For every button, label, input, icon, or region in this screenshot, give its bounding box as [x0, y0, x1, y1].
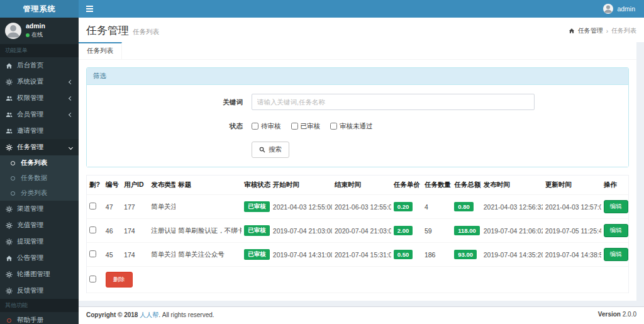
tasks-submenu: 任务列表 任务数据 分类列表	[0, 155, 79, 201]
sidebar-item-invites[interactable]: 邀请管理	[0, 123, 79, 139]
col-publish: 发布时间	[481, 176, 543, 195]
price-badge: 0.20	[394, 202, 413, 211]
app-logo[interactable]: 管理系统	[0, 0, 79, 18]
total-badge: 118.00	[454, 226, 480, 235]
status-checkbox-pending[interactable]	[252, 123, 258, 130]
cell-user-id: 174	[121, 219, 148, 243]
hamburger-icon	[86, 6, 93, 12]
cell-publish: 2019-07-04 14:35:20	[481, 243, 543, 267]
footer-copyright-year: Copyright © 2018	[86, 311, 138, 318]
gear-icon	[5, 79, 13, 86]
sidebar-item-recharge[interactable]: 充值管理	[0, 217, 79, 233]
footer: Copyright © 2018 人人帮. All rights reserve…	[79, 306, 644, 324]
sidebar-item-system-settings[interactable]: 系统设置	[0, 74, 79, 90]
users-icon	[5, 95, 13, 102]
delete-button[interactable]: 删除	[106, 272, 133, 288]
gear-icon	[5, 206, 13, 213]
total-badge: 93.00	[454, 250, 477, 259]
breadcrumb: 任务管理 › 任务列表	[569, 26, 636, 35]
sidebar-section-menu: 功能菜单	[0, 44, 79, 57]
col-action: 操作	[601, 176, 628, 195]
circle-icon	[9, 191, 17, 196]
status-checkbox-group: 待审核 已审核 审核未通过	[252, 118, 373, 134]
table-row: 46 174 注册认证 简单刷脸认证，不绑卡 已审核 2019-07-04 21…	[87, 219, 628, 243]
status-option-rejected[interactable]: 审核未通过	[330, 118, 373, 134]
gear-icon	[5, 288, 13, 294]
edit-button[interactable]: 编辑	[604, 200, 628, 213]
sidebar-item-tasks[interactable]: 任务管理	[0, 139, 79, 155]
sidebar-item-feedback[interactable]: 反馈管理	[0, 282, 79, 299]
status-checkbox-approved[interactable]	[291, 123, 298, 130]
circle-icon	[9, 176, 17, 181]
col-end: 结束时间	[332, 176, 391, 195]
col-total: 任务总额	[452, 176, 480, 195]
bulk-delete-row: 删除	[87, 267, 628, 293]
cell-type: 简单关注	[148, 243, 175, 267]
footer-version: Version 2.0.0	[598, 311, 636, 320]
row-checkbox[interactable]	[89, 250, 96, 257]
page-title: 任务管理	[86, 25, 129, 36]
topbar-spacer	[100, 0, 594, 18]
breadcrumb-level2: 任务列表	[611, 26, 636, 35]
breadcrumb-level1[interactable]: 任务管理	[578, 26, 603, 35]
sidebar-item-announcements[interactable]: 公告管理	[0, 250, 79, 266]
main-area: 任务管理任务列表 任务管理 › 任务列表 任务列表	[79, 18, 644, 324]
topbar-username: admin	[617, 5, 635, 13]
page-subtitle: 任务列表	[133, 28, 159, 35]
sidebar-item-members[interactable]: 会员管理	[0, 106, 79, 123]
col-user-id: 用户ID	[121, 176, 148, 195]
cell-end: 2020-07-04 21:03:00	[332, 219, 391, 243]
chevron-left-icon	[69, 79, 73, 84]
sidebar-item-withdrawals[interactable]: 提现管理	[0, 233, 79, 250]
sidebar-item-help-manual[interactable]: 帮助手册	[0, 312, 79, 324]
online-status-label: 在线	[31, 31, 43, 39]
gear-icon	[5, 144, 13, 151]
cell-end: 2021-07-04 15:31:00	[332, 243, 391, 267]
keyword-input[interactable]	[252, 94, 535, 110]
status-option-pending[interactable]: 待审核	[252, 118, 281, 134]
cell-publish: 2019-07-04 21:06:02	[481, 219, 543, 243]
sidebar-item-category-list[interactable]: 分类列表	[0, 186, 79, 201]
status-checkbox-rejected[interactable]	[330, 123, 337, 130]
cell-type: 简单关注	[148, 195, 175, 219]
gear-icon	[5, 238, 13, 245]
col-id: 编号	[103, 176, 121, 195]
sidebar-section-other: 其他功能	[0, 299, 79, 312]
footer-copyright-rest: . All rights reserved.	[158, 311, 214, 318]
cell-update: 2019-07-05 11:25:45	[543, 219, 601, 243]
search-button[interactable]: 搜索	[252, 142, 289, 158]
tabs-box: 任务列表 筛选 关键词 状态	[79, 42, 636, 301]
sidebar-item-channels[interactable]: 渠道管理	[0, 201, 79, 217]
cell-type: 注册认证	[148, 219, 175, 243]
price-badge: 0.50	[394, 250, 413, 259]
online-status-icon	[26, 33, 30, 37]
tab-task-list[interactable]: 任务列表	[79, 42, 122, 59]
edit-button[interactable]: 编辑	[604, 248, 628, 261]
sidebar-item-task-list[interactable]: 任务列表	[0, 155, 79, 170]
sidebar-item-permissions[interactable]: 权限管理	[0, 90, 79, 106]
footer-brand-link[interactable]: 人人帮	[140, 311, 158, 318]
status-option-approved[interactable]: 已审核	[291, 118, 321, 134]
cell-id: 46	[103, 219, 121, 243]
cell-user-id: 177	[121, 195, 148, 219]
cell-title: 简单刷脸认证，不绑卡	[175, 219, 242, 243]
footer-copyright: Copyright © 2018 人人帮. All rights reserve…	[86, 311, 214, 320]
row-checkbox[interactable]	[89, 226, 96, 233]
row-checkbox[interactable]	[89, 203, 96, 209]
user-menu[interactable]: admin	[594, 0, 644, 18]
edit-button[interactable]: 编辑	[604, 224, 628, 237]
cell-id: 47	[103, 195, 121, 219]
app-window: 管理系统 admin admin 在线 功能菜单	[0, 0, 644, 324]
cell-end: 2021-06-03 12:55:00	[332, 195, 391, 219]
table-row: 47 177 简单关注 已审核 2021-04-03 12:55:00 2021…	[87, 195, 628, 219]
sidebar-username: admin	[26, 22, 45, 30]
sidebar-toggle-button[interactable]	[79, 0, 100, 18]
sidebar-item-carousel[interactable]: 轮播图管理	[0, 266, 79, 282]
select-all-checkbox[interactable]	[89, 276, 96, 282]
task-table: 删? 编号 用户ID 发布类型 标题 审核状态 开始时间 结束时间 任务单价	[86, 175, 629, 293]
footer-version-value: 2.0.0	[623, 311, 636, 318]
status-badge: 已审核	[244, 225, 270, 236]
sidebar-item-task-data[interactable]: 任务数据	[0, 170, 79, 186]
sidebar-item-dashboard[interactable]: 后台首页	[0, 57, 79, 74]
gear-icon	[5, 222, 13, 229]
